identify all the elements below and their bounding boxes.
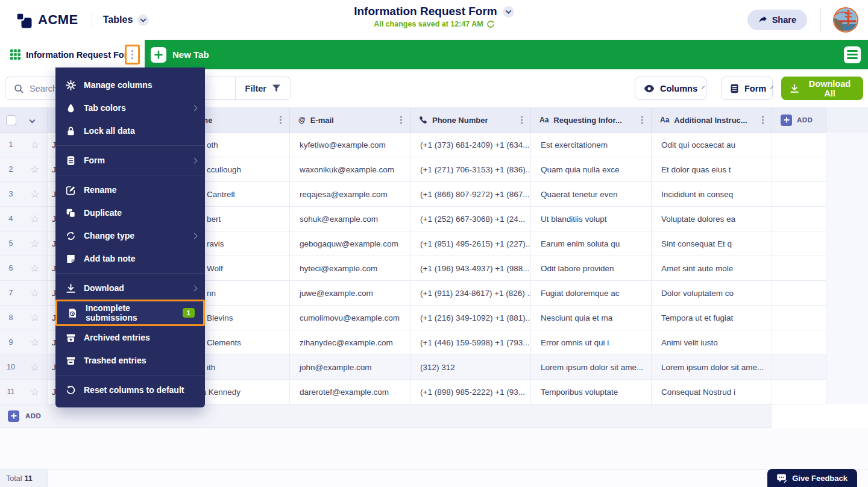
avatar[interactable]	[833, 7, 858, 33]
tab-context-menu: Manage columns Tab colors Lock all data …	[55, 68, 205, 407]
cell-additional-instructions[interactable]: Et dolor quas eius t	[652, 157, 772, 182]
cell-additional-instructions[interactable]: Consequat Nostrud i	[652, 380, 772, 404]
cell-phone[interactable]: (+1 (866) 807-9272) +1 (867...	[410, 182, 531, 207]
menu-item-trashed-entries[interactable]: Trashed entries	[55, 349, 205, 372]
chevron-down-icon[interactable]	[30, 117, 36, 123]
cell-email[interactable]: juwe@example.com	[290, 281, 410, 306]
cell-additional-instructions[interactable]: Odit qui occaecat au	[652, 133, 772, 157]
tab-kebab-menu-button[interactable]	[125, 45, 140, 64]
add-row-button[interactable]: ADD	[0, 404, 772, 428]
column-header-phone[interactable]: Phone Number	[410, 107, 531, 133]
star-icon[interactable]: ☆	[22, 306, 48, 330]
cell-phone[interactable]: (+1 (373) 681-2409) +1 (634...	[410, 133, 531, 157]
cell-additional-instructions[interactable]: Amet sint aute mole	[652, 256, 772, 281]
star-icon[interactable]: ☆	[22, 207, 48, 231]
select-all-checkbox[interactable]	[6, 115, 16, 125]
star-icon[interactable]: ☆	[22, 182, 48, 207]
menu-item-change-type[interactable]: Change type	[55, 224, 205, 247]
star-icon[interactable]: ☆	[22, 281, 48, 306]
column-kebab-icon[interactable]	[518, 114, 525, 127]
menu-item-duplicate[interactable]: Duplicate	[55, 201, 205, 224]
menu-item-tab-colors[interactable]: Tab colors	[55, 96, 205, 119]
cell-requesting-information[interactable]: Odit labore providen	[531, 256, 652, 281]
star-icon[interactable]: ☆	[22, 380, 48, 404]
cell-email[interactable]: reqajesa@example.com	[290, 182, 410, 207]
star-icon[interactable]: ☆	[22, 157, 48, 182]
cell-email[interactable]: cumolimovu@example.com	[290, 306, 410, 330]
cell-requesting-information[interactable]: Quaerat tenetur even	[531, 182, 652, 207]
column-header-requesting-information[interactable]: Aa Requesting Infor...	[531, 107, 652, 133]
cell-requesting-information[interactable]: Nesciunt quia et ma	[531, 306, 652, 330]
new-tab-button[interactable]: New Tab	[151, 40, 209, 69]
menu-item-add-tab-note[interactable]: Add tab note	[55, 247, 205, 270]
star-icon[interactable]: ☆	[22, 355, 48, 380]
cell-phone[interactable]: (+1 (446) 159-5998) +1 (793...	[410, 330, 531, 355]
star-icon[interactable]: ☆	[22, 256, 48, 281]
menu-divider	[55, 175, 205, 175]
menu-item-form[interactable]: Form	[55, 149, 205, 172]
tab-list-menu-button[interactable]	[844, 46, 861, 63]
cell-phone[interactable]: (+1 (951) 495-2615) +1 (227)...	[410, 231, 531, 256]
menu-item-manage-columns[interactable]: Manage columns	[55, 74, 205, 96]
column-header-additional-instructions[interactable]: Aa Additional Instruc...	[652, 107, 772, 133]
cell-requesting-information[interactable]: Fugiat doloremque ac	[531, 281, 652, 306]
cell-additional-instructions[interactable]: Tempora ut et fugiat	[652, 306, 772, 330]
cell-additional-instructions[interactable]: Incididunt in conseq	[652, 182, 772, 207]
cell-phone[interactable]: (+1 (252) 667-3068) +1 (24...	[410, 207, 531, 231]
cell-requesting-information[interactable]: Earum enim soluta qu	[531, 231, 652, 256]
form-button[interactable]: Form	[721, 77, 773, 100]
cell-additional-instructions[interactable]: Animi velit iusto	[652, 330, 772, 355]
cell-email[interactable]: sohuk@example.com	[290, 207, 410, 231]
cell-requesting-information[interactable]: Ut blanditiis volupt	[531, 207, 652, 231]
menu-item-download[interactable]: Download	[55, 277, 205, 300]
cell-requesting-information[interactable]: Est exercitationem	[531, 133, 652, 157]
star-icon[interactable]: ☆	[22, 231, 48, 256]
add-column-button[interactable]: ADD	[772, 107, 826, 133]
menu-item-archived-entries[interactable]: Archived entries	[55, 326, 205, 349]
cell-phone[interactable]: (+1 (196) 943-4937) +1 (988...	[410, 256, 531, 281]
cell-additional-instructions[interactable]: Lorem ipsum dolor sit ame...	[652, 355, 772, 380]
cell-email[interactable]: waxonikuk@example.com	[290, 157, 410, 182]
download-all-button[interactable]: Download All	[781, 77, 863, 100]
column-kebab-icon[interactable]	[398, 114, 404, 127]
share-button[interactable]: Share	[747, 10, 807, 30]
menu-item-reset-columns[interactable]: Reset columns to default	[55, 379, 205, 401]
cell-phone[interactable]: (+1 (216) 349-1092) +1 (881)...	[410, 306, 531, 330]
cell-email[interactable]: gebogaquw@example.com	[290, 231, 410, 256]
cell-phone[interactable]: (312) 312	[410, 355, 531, 380]
filter-button[interactable]: Filter	[235, 77, 291, 99]
title-chevron-icon[interactable]	[503, 6, 514, 17]
column-kebab-icon[interactable]	[760, 114, 766, 127]
cell-email[interactable]: john@example.com	[290, 355, 410, 380]
columns-button[interactable]: Columns	[635, 77, 706, 100]
column-kebab-icon[interactable]	[639, 114, 646, 127]
cell-phone[interactable]: (+1 (898) 985-2222) +1 (93...	[410, 380, 531, 404]
cell-requesting-information[interactable]: Temporibus voluptate	[531, 380, 652, 404]
tab-bar: Information Request Form New Tab	[0, 40, 868, 69]
tab-information-request-form[interactable]: Information Request Form	[0, 40, 145, 69]
menu-item-rename[interactable]: Rename	[55, 178, 205, 201]
refresh-icon[interactable]	[486, 20, 494, 28]
cell-email[interactable]: zihanydec@example.com	[290, 330, 410, 355]
cell-requesting-information[interactable]: Error omnis ut qui i	[531, 330, 652, 355]
column-kebab-icon[interactable]	[277, 114, 284, 127]
menu-item-incomplete-submissions[interactable]: Incomplete submissions 1	[55, 300, 205, 326]
cell-email[interactable]: darerotef@example.com	[290, 380, 410, 404]
cell-requesting-information[interactable]: Quam quia nulla exce	[531, 157, 652, 182]
star-icon[interactable]: ☆	[22, 133, 48, 157]
cell-additional-instructions[interactable]: Dolor voluptatem co	[652, 281, 772, 306]
cell-additional-instructions[interactable]: Sint consequat Et q	[652, 231, 772, 256]
cell-additional-instructions[interactable]: Voluptate dolores ea	[652, 207, 772, 231]
cell-phone[interactable]: (+1 (271) 706-3153) +1 (836)...	[410, 157, 531, 182]
chevron-right-icon	[192, 105, 198, 111]
give-feedback-button[interactable]: Give Feedback	[767, 469, 857, 487]
star-icon[interactable]: ☆	[22, 330, 48, 355]
column-header-email[interactable]: @ E-mail	[290, 107, 410, 133]
menu-item-label: Duplicate	[84, 208, 122, 218]
cell-phone[interactable]: (+1 (911) 234-8617) +1 (826) ...	[410, 281, 531, 306]
droplet-icon	[66, 103, 76, 113]
cell-requesting-information[interactable]: Lorem ipsum dolor sit ame...	[531, 355, 652, 380]
menu-item-lock-all-data[interactable]: Lock all data	[55, 119, 205, 142]
cell-email[interactable]: hyteci@example.com	[290, 256, 410, 281]
cell-email[interactable]: kyfetiwo@example.com	[290, 133, 410, 157]
